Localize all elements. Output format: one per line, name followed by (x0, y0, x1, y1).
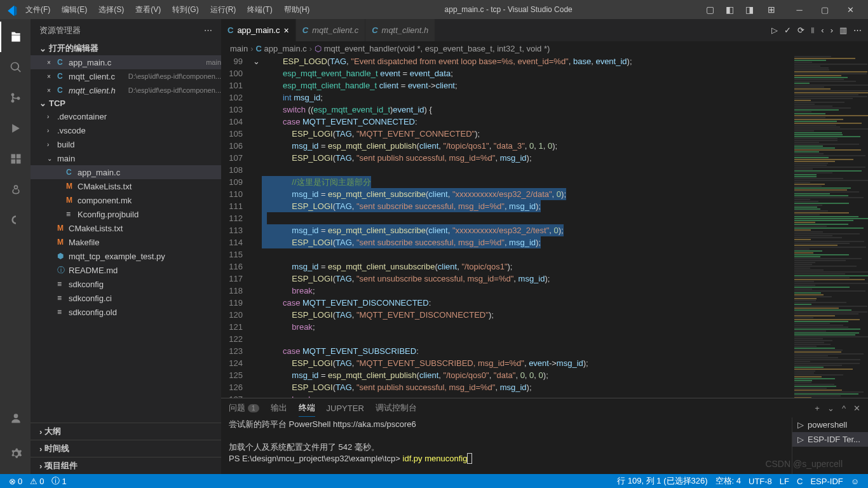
diff-icon[interactable]: ⫴ (811, 25, 815, 36)
folder-item[interactable]: ›.vscode (31, 123, 221, 137)
source-control-icon[interactable] (0, 83, 31, 113)
menu-item[interactable]: 运行(R) (205, 2, 241, 18)
project-header[interactable]: ⌄ TCP (31, 97, 221, 109)
toggle-secondary-icon[interactable]: ◨ (742, 2, 757, 17)
status-item[interactable]: ⓘ1 (48, 475, 70, 487)
minimize-button[interactable]: ─ (787, 0, 812, 19)
menu-item[interactable]: 帮助(H) (279, 2, 315, 18)
platformio-icon[interactable] (0, 174, 31, 205)
panel-tab[interactable]: 终端 (299, 400, 315, 417)
file-item[interactable]: ≡Kconfig.projbuild (31, 207, 221, 221)
prev-icon[interactable]: ‹ (821, 25, 824, 35)
c-file-icon: C (372, 25, 377, 35)
panel-tab[interactable]: 调试控制台 (376, 400, 417, 416)
folder-item[interactable]: ⌄main (31, 151, 221, 165)
panel-tab[interactable]: 问题1 (229, 400, 259, 416)
close-icon[interactable]: × (47, 73, 57, 80)
status-item[interactable]: ESP-IDF (806, 475, 846, 487)
menu-item[interactable]: 终端(T) (242, 2, 277, 18)
status-item[interactable]: LF (776, 475, 793, 487)
file-item[interactable]: ≡sdkconfig.ci (31, 291, 221, 305)
close-tab-icon[interactable]: × (284, 25, 289, 36)
menu-item[interactable]: 查看(V) (130, 2, 166, 18)
open-editor-item[interactable]: ×Cmqtt_client.cD:\esp\idf\esp-idf\compon… (31, 69, 221, 83)
menu-item[interactable]: 选择(S) (93, 2, 129, 18)
extensions-icon[interactable] (0, 144, 31, 174)
file-item[interactable]: Mcomponent.mk (31, 193, 221, 207)
breadcrumb-item[interactable]: main (230, 44, 248, 53)
new-terminal-icon[interactable]: + (815, 403, 820, 413)
editor-tab[interactable]: Cmqtt_client.h (365, 19, 435, 41)
explorer-icon[interactable] (0, 22, 31, 52)
split-icon[interactable]: ▥ (839, 25, 847, 35)
more-icon[interactable]: ⋯ (204, 25, 212, 35)
layout-icon[interactable]: ⊞ (764, 2, 779, 17)
file-item[interactable]: ⬢mqtt_tcp_example_test.py (31, 249, 221, 263)
file-item[interactable]: Capp_main.c (31, 165, 221, 179)
status-item[interactable]: 空格: 4 (712, 475, 745, 487)
more-icon[interactable]: ⋯ (853, 25, 862, 35)
file-item[interactable]: ≡sdkconfig.old (31, 305, 221, 319)
menu-item[interactable]: 编辑(E) (57, 2, 92, 18)
search-icon[interactable] (0, 52, 31, 83)
chevron-right-icon: › (39, 461, 42, 471)
terminal-instance[interactable]: ▷powershell (792, 417, 868, 432)
close-panel-icon[interactable]: ✕ (853, 403, 860, 413)
refresh-icon[interactable]: ⟳ (797, 25, 804, 35)
maximize-panel-icon[interactable]: ^ (842, 403, 846, 413)
menu-item[interactable]: 文件(F) (20, 2, 55, 18)
chevron-down-icon[interactable]: ⌄ (827, 403, 834, 413)
file-item[interactable]: MCMakeLists.txt (31, 179, 221, 193)
chevron-down-icon: ⌄ (39, 98, 46, 108)
folder-item[interactable]: ›.devcontainer (31, 109, 221, 123)
status-item[interactable]: ⊗0 (5, 475, 26, 487)
settings-gear-icon[interactable] (0, 438, 31, 469)
chevron-down-icon: ⌄ (39, 44, 46, 53)
status-item[interactable]: C (793, 475, 806, 487)
file-item[interactable]: MCMakeLists.txt (31, 221, 221, 235)
editor-tab[interactable]: Capp_main.c× (221, 19, 296, 41)
maximize-button[interactable]: ▢ (812, 0, 837, 19)
editor-body[interactable]: 9910010110210310410510610710810911011111… (221, 55, 868, 398)
next-icon[interactable]: › (831, 25, 833, 35)
sidebar-section[interactable]: ›项目组件 (31, 457, 221, 474)
status-item[interactable]: UTF-8 (745, 475, 776, 487)
fold-column[interactable]: ⌄ (253, 55, 262, 398)
code-content[interactable]: ESP_LOGD(TAG, "Event dispatched from eve… (262, 55, 792, 398)
open-editor-item[interactable]: ×Cmqtt_client.hD:\esp\idf\esp-idf\compon… (31, 83, 221, 97)
open-editors-header[interactable]: ⌄ 打开的编辑器 (31, 41, 221, 55)
terminal-output[interactable]: 尝试新的跨平台 PowerShell https://aka.ms/pscore… (221, 417, 792, 474)
editor-tab[interactable]: Cmqtt_client.c (296, 19, 365, 41)
sidebar-section[interactable]: ›大纲 (31, 423, 221, 440)
breadcrumb[interactable]: main›C app_main.c›⬡ mqtt_event_handler(v… (221, 41, 868, 55)
run-debug-icon[interactable] (0, 113, 31, 144)
accounts-icon[interactable] (0, 403, 31, 433)
file-icon: M (57, 224, 69, 233)
open-editor-item[interactable]: ×Capp_main.cmain (31, 55, 221, 69)
panel-tab[interactable]: 输出 (271, 400, 287, 416)
menu-bar: 文件(F)编辑(E)选择(S)查看(V)转到(G)运行(R)终端(T)帮助(H) (20, 2, 315, 18)
close-icon[interactable]: × (47, 59, 57, 66)
check-icon[interactable]: ✓ (784, 25, 791, 35)
status-item[interactable]: ☺ (847, 475, 863, 487)
folder-item[interactable]: ›build (31, 137, 221, 151)
run-icon[interactable]: ▷ (771, 25, 778, 35)
file-item[interactable]: ⓘREADME.md (31, 263, 221, 277)
close-button[interactable]: ✕ (837, 0, 863, 19)
sidebar-section[interactable]: ›时间线 (31, 440, 221, 457)
menu-item[interactable]: 转到(G) (167, 2, 203, 18)
toggle-sidebar-icon[interactable]: ◧ (722, 2, 738, 17)
terminal-instance[interactable]: ▷ESP-IDF Ter... (792, 432, 868, 447)
panel-tab[interactable]: JUPYTER (327, 401, 364, 416)
vscode-logo-icon (5, 4, 15, 15)
status-item[interactable]: ⚠0 (26, 475, 48, 487)
file-item[interactable]: ≡sdkconfig (31, 277, 221, 291)
toggle-panel-icon[interactable]: ▢ (702, 2, 718, 17)
breadcrumb-item[interactable]: C app_main.c (256, 44, 307, 53)
minimap[interactable] (792, 55, 868, 398)
espressif-icon[interactable] (0, 205, 31, 235)
file-item[interactable]: MMakefile (31, 235, 221, 249)
close-icon[interactable]: × (47, 87, 57, 94)
status-item[interactable]: 行 109, 列 1 (已选择326) (613, 475, 711, 487)
breadcrumb-item[interactable]: ⬡ mqtt_event_handler(void *, esp_event_b… (315, 44, 550, 53)
